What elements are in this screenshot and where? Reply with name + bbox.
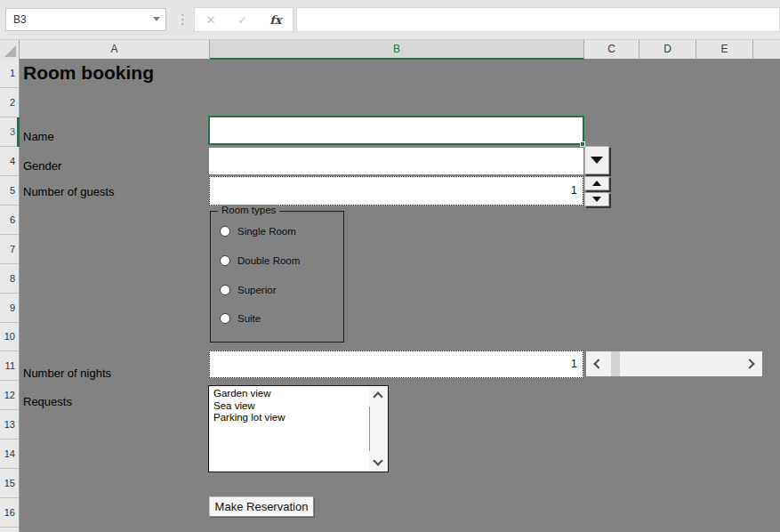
page-title: Room booking: [23, 62, 154, 84]
radio-double-room[interactable]: Double Room: [220, 254, 300, 266]
column-header-c[interactable]: C: [584, 40, 639, 60]
row-header-3[interactable]: 3: [0, 117, 19, 147]
nights-value-cell[interactable]: 1: [209, 351, 583, 378]
name-box[interactable]: B3: [5, 8, 166, 31]
guests-spin-down-button[interactable]: [584, 192, 609, 206]
row-header-11[interactable]: 11: [0, 351, 19, 381]
scroll-down-icon[interactable]: [373, 455, 382, 465]
radio-label: Single Room: [237, 226, 296, 237]
list-item[interactable]: Parking lot view: [209, 412, 369, 424]
make-reservation-button[interactable]: Make Reservation: [209, 496, 314, 517]
row-header-16[interactable]: 16: [0, 498, 19, 528]
scrollbar-track-line: [369, 407, 370, 451]
formula-bar-drag-handle-icon[interactable]: ⋮: [176, 10, 189, 29]
insert-function-icon[interactable]: fx: [269, 13, 281, 27]
row-header-4[interactable]: 4: [0, 147, 19, 176]
select-all-corner[interactable]: [0, 40, 20, 60]
row-header-6[interactable]: 6: [0, 206, 19, 235]
row-header-1[interactable]: 1: [0, 59, 19, 88]
nights-scrollbar[interactable]: [586, 351, 762, 376]
formula-bar-input[interactable]: [296, 7, 780, 32]
row-header-2[interactable]: 2: [0, 88, 19, 117]
row-header-10[interactable]: 10: [0, 322, 19, 351]
row-header-9[interactable]: 9: [0, 294, 19, 323]
radio-button-icon[interactable]: [220, 255, 230, 266]
cancel-icon[interactable]: ✕: [205, 13, 215, 27]
list-item[interactable]: Garden view: [209, 388, 369, 400]
gender-combobox[interactable]: [209, 148, 583, 174]
select-all-triangle-icon: [4, 45, 16, 57]
list-item[interactable]: Sea view: [209, 400, 369, 413]
name-input[interactable]: [208, 116, 584, 145]
row-header-8[interactable]: 8: [0, 264, 19, 294]
guests-spin-up-button[interactable]: [584, 176, 609, 190]
nights-label: Number of nights: [23, 367, 111, 380]
triangle-up-icon: [592, 181, 601, 186]
row-header-15[interactable]: 15: [0, 469, 19, 498]
column-header-d[interactable]: D: [639, 40, 696, 60]
row-header-7[interactable]: 7: [0, 235, 19, 264]
row-header-13[interactable]: 13: [0, 410, 19, 439]
radio-label: Superior: [237, 285, 276, 295]
requests-label: Requests: [23, 395, 72, 408]
radio-label: Suite: [237, 313, 261, 324]
radio-button-icon[interactable]: [220, 285, 230, 295]
radio-single-room[interactable]: Single Room: [220, 225, 296, 237]
requests-scrollbar[interactable]: [369, 386, 388, 472]
radio-button-icon[interactable]: [220, 313, 230, 324]
triangle-down-icon: [592, 197, 601, 202]
radio-button-icon[interactable]: [220, 226, 230, 237]
row-header-14[interactable]: 14: [0, 439, 19, 469]
column-header-a[interactable]: A: [20, 40, 210, 60]
radio-suite[interactable]: Suite: [220, 312, 261, 324]
column-header-b[interactable]: B: [210, 40, 584, 60]
name-label: Name: [23, 130, 54, 143]
room-types-legend: Room types: [218, 205, 279, 215]
selected-row-indicator: [17, 117, 20, 147]
confirm-icon[interactable]: ✓: [237, 13, 247, 27]
column-header-e[interactable]: E: [696, 40, 753, 60]
scroll-right-icon[interactable]: [744, 359, 754, 368]
formula-toolbar: B3 ⋮ ✕ ✓ fx: [0, 0, 780, 39]
room-types-groupbox: Room types Single Room Double Room Super…: [210, 211, 344, 343]
row-header-12[interactable]: 12: [0, 381, 19, 410]
requests-listbox[interactable]: Garden view Sea view Parking lot view: [208, 385, 389, 472]
name-box-dropdown-icon[interactable]: [153, 17, 160, 21]
guests-value-cell[interactable]: 1: [209, 176, 583, 206]
radio-superior[interactable]: Superior: [220, 284, 276, 295]
scrollbar-thumb[interactable]: [611, 351, 620, 376]
guests-label: Number of guests: [23, 185, 115, 198]
chevron-down-icon: [591, 157, 603, 164]
gender-dropdown-button[interactable]: [584, 146, 609, 174]
radio-label: Double Room: [237, 255, 300, 266]
column-header-partial[interactable]: [753, 40, 780, 60]
requests-list-items: Garden view Sea view Parking lot view: [209, 388, 369, 424]
row-header-5[interactable]: 5: [0, 176, 19, 206]
gender-label: Gender: [23, 159, 61, 173]
column-header-row: A B C D E: [0, 39, 780, 59]
formula-button-group: ✕ ✓ fx: [194, 7, 294, 32]
scroll-left-icon[interactable]: [593, 359, 603, 368]
scroll-up-icon[interactable]: [373, 391, 382, 401]
row-header-partial[interactable]: [0, 528, 19, 532]
